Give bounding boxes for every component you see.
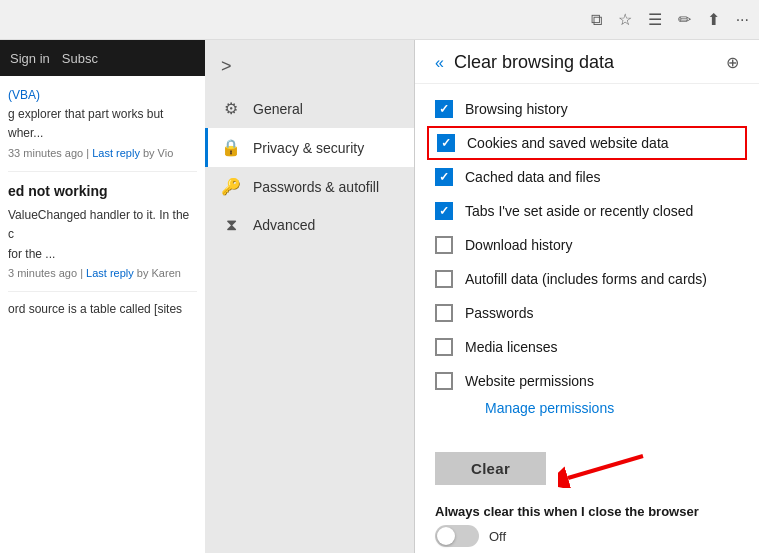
sidebar-item-label-advanced: Advanced	[253, 217, 315, 233]
clear-data-panel: « Clear browsing data ⊕ ✓ Browsing histo…	[415, 40, 759, 553]
option-cached[interactable]: ✓ Cached data and files	[435, 160, 739, 194]
section2-meta: 3 minutes ago | Last reply by Karen	[8, 267, 181, 279]
checkbox-tabs[interactable]: ✓	[435, 202, 453, 220]
sidebar-item-label-general: General	[253, 101, 303, 117]
webpage-top-bar: Sign in Subsc	[0, 40, 205, 76]
toggle-knob	[437, 527, 455, 545]
sidebar-item-label-privacy: Privacy & security	[253, 140, 364, 156]
more-icon[interactable]: ···	[736, 11, 749, 29]
section1-meta: 33 minutes ago | Last reply by Vio	[8, 147, 173, 159]
option-label-browsing-history: Browsing history	[465, 101, 568, 117]
sidebar-item-advanced[interactable]: ⧗ Advanced	[205, 206, 414, 244]
favorites-icon[interactable]: ☆	[618, 10, 632, 29]
option-label-download-history: Download history	[465, 237, 572, 253]
option-label-media-licenses: Media licenses	[465, 339, 558, 355]
section2-text2: for the ...	[8, 247, 55, 261]
checkbox-browsing-history[interactable]: ✓	[435, 100, 453, 118]
sliders-icon: ⧗	[221, 216, 241, 234]
option-label-autofill: Autofill data (includes forms and cards)	[465, 271, 707, 287]
sign-in-link[interactable]: Sign in	[10, 51, 50, 66]
checkbox-media-licenses[interactable]	[435, 338, 453, 356]
section2-text: ValueChanged handler to it. In the c	[8, 208, 189, 241]
toggle-off-label: Off	[489, 529, 506, 544]
manage-permissions-link[interactable]: Manage permissions	[435, 398, 739, 424]
always-clear-label: Always clear this when I close the brows…	[435, 504, 739, 519]
red-arrow-svg	[558, 448, 648, 488]
lock-icon: 🔒	[221, 138, 241, 157]
red-arrow-indicator	[558, 448, 648, 488]
checkbox-cached[interactable]: ✓	[435, 168, 453, 186]
section3-text: ord source is a table called [sites	[8, 302, 182, 316]
settings-nav-header[interactable]: >	[205, 48, 414, 89]
chevron-right-icon: >	[221, 56, 232, 77]
option-media-licenses[interactable]: Media licenses	[435, 330, 739, 364]
options-list: ✓ Browsing history ✓ Cookies and saved w…	[415, 84, 759, 442]
checkbox-cookies[interactable]: ✓	[437, 134, 455, 152]
section1: (VBA) g explorer that part works but whe…	[8, 86, 197, 163]
key-icon: 🔑	[221, 177, 241, 196]
sidebar-item-label-passwords: Passwords & autofill	[253, 179, 379, 195]
reading-list-icon[interactable]: ⧉	[591, 11, 602, 29]
panel-header: « Clear browsing data ⊕	[415, 40, 759, 84]
sidebar-item-passwords[interactable]: 🔑 Passwords & autofill	[205, 167, 414, 206]
checkbox-autofill[interactable]	[435, 270, 453, 288]
option-autofill[interactable]: Autofill data (includes forms and cards)	[435, 262, 739, 296]
option-download-history[interactable]: Download history	[435, 228, 739, 262]
always-clear-toggle[interactable]	[435, 525, 479, 547]
option-tabs[interactable]: ✓ Tabs I've set aside or recently closed	[435, 194, 739, 228]
svg-line-1	[568, 456, 643, 478]
panel-title: Clear browsing data	[454, 52, 614, 73]
always-clear-row: Always clear this when I close the brows…	[415, 494, 759, 553]
section2-heading: ed not working	[8, 180, 197, 202]
clear-btn-row: Clear	[415, 442, 759, 494]
notes-icon[interactable]: ✏	[678, 10, 691, 29]
vba-link[interactable]: (VBA)	[8, 88, 40, 102]
collections-icon[interactable]: ☰	[648, 10, 662, 29]
panel-header-left: « Clear browsing data	[435, 52, 614, 73]
option-label-tabs: Tabs I've set aside or recently closed	[465, 203, 693, 219]
section-divider	[8, 171, 197, 172]
browser-chrome: ⧉ ☆ ☰ ✏ ⬆ ···	[0, 0, 759, 40]
option-label-passwords: Passwords	[465, 305, 533, 321]
toggle-row: Off	[435, 525, 739, 547]
share-icon[interactable]: ⬆	[707, 10, 720, 29]
option-passwords[interactable]: Passwords	[435, 296, 739, 330]
clear-button[interactable]: Clear	[435, 452, 546, 485]
option-label-cookies: Cookies and saved website data	[467, 135, 669, 151]
sidebar-item-general[interactable]: ⚙ General	[205, 89, 414, 128]
option-cookies[interactable]: ✓ Cookies and saved website data	[427, 126, 747, 160]
main-layout: Sign in Subsc (VBA) g explorer that part…	[0, 40, 759, 553]
sidebar-item-privacy[interactable]: 🔒 Privacy & security	[205, 128, 414, 167]
section1-last-reply[interactable]: Last reply	[92, 147, 140, 159]
gear-icon: ⚙	[221, 99, 241, 118]
section1-text: g explorer that part works but wher...	[8, 107, 163, 140]
webpage-content: (VBA) g explorer that part works but whe…	[0, 76, 205, 329]
option-browsing-history[interactable]: ✓ Browsing history	[435, 92, 739, 126]
section-divider2	[8, 291, 197, 292]
subscribe-link[interactable]: Subsc	[62, 51, 98, 66]
checkbox-download-history[interactable]	[435, 236, 453, 254]
back-icon[interactable]: «	[435, 54, 444, 72]
checkbox-passwords[interactable]	[435, 304, 453, 322]
section2-last-reply[interactable]: Last reply	[86, 267, 134, 279]
option-label-website-permissions: Website permissions	[465, 373, 594, 389]
section3: ord source is a table called [sites	[8, 300, 197, 319]
settings-nav: > ⚙ General 🔒 Privacy & security 🔑 Passw…	[205, 40, 415, 553]
pin-icon[interactable]: ⊕	[726, 53, 739, 72]
checkbox-website-permissions[interactable]	[435, 372, 453, 390]
section2: ed not working ValueChanged handler to i…	[8, 180, 197, 283]
webpage-area: Sign in Subsc (VBA) g explorer that part…	[0, 40, 205, 553]
option-website-permissions[interactable]: Website permissions	[435, 364, 739, 398]
option-label-cached: Cached data and files	[465, 169, 600, 185]
